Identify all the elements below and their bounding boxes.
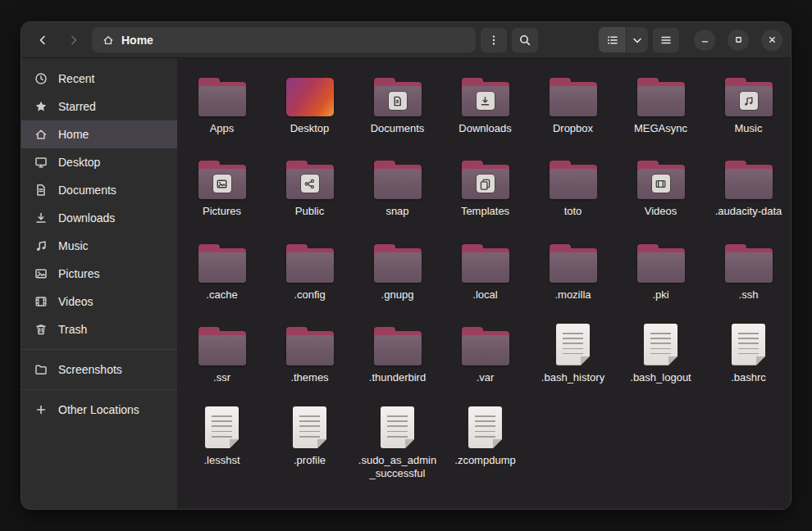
folder-item-templates[interactable]: Templates bbox=[441, 152, 529, 221]
sidebar-item-pictures[interactable]: Pictures bbox=[21, 260, 177, 288]
file-label: .bashrc bbox=[731, 371, 766, 384]
search-icon bbox=[518, 34, 531, 47]
sidebar-item-documents[interactable]: Documents bbox=[21, 176, 177, 204]
minimize-button[interactable] bbox=[694, 30, 715, 51]
sidebar-item-other-locations[interactable]: Other Locations bbox=[21, 396, 177, 424]
sidebar-item-videos[interactable]: Videos bbox=[21, 288, 177, 315]
folder-item-megasync[interactable]: MEGAsync bbox=[617, 69, 705, 138]
search-button[interactable] bbox=[512, 28, 538, 52]
folder-item-audacity-data[interactable]: .audacity-data bbox=[705, 152, 791, 221]
folder-item-local[interactable]: .local bbox=[441, 235, 529, 305]
window-body: RecentStarredHomeDesktopDocumentsDownloa… bbox=[21, 58, 791, 509]
file-item-bashrc[interactable]: .bashrc bbox=[705, 318, 791, 388]
sidebar-item-home[interactable]: Home bbox=[21, 120, 177, 148]
sidebar-item-music[interactable]: Music bbox=[21, 232, 177, 260]
folder-item-config[interactable]: .config bbox=[266, 235, 354, 305]
plus-icon bbox=[34, 403, 48, 416]
folder-item-dropbox[interactable]: Dropbox bbox=[529, 69, 617, 138]
back-button[interactable] bbox=[30, 28, 56, 52]
sidebar-item-desktop[interactable]: Desktop bbox=[21, 148, 177, 176]
folder-item-cache[interactable]: .cache bbox=[178, 235, 266, 305]
file-label: .pki bbox=[652, 288, 668, 302]
folder-item-thunderbird[interactable]: .thunderbird bbox=[354, 318, 441, 388]
file-item-lesshst[interactable]: .lesshst bbox=[178, 401, 266, 470]
headerbar: Home bbox=[21, 22, 791, 58]
folder-icon bbox=[462, 155, 509, 199]
view-switcher bbox=[599, 27, 648, 52]
folder-icon bbox=[462, 72, 509, 116]
maximize-button[interactable] bbox=[728, 30, 749, 51]
file-label: .cache bbox=[206, 288, 237, 302]
sidebar-item-trash[interactable]: Trash bbox=[21, 315, 177, 343]
file-label: .mozilla bbox=[554, 288, 591, 302]
emblem-downloads-icon bbox=[477, 92, 495, 110]
folder-item-toto[interactable]: toto bbox=[529, 152, 617, 221]
folder-item-ssr[interactable]: .ssr bbox=[178, 318, 266, 388]
path-bar[interactable]: Home bbox=[92, 27, 476, 52]
path-label: Home bbox=[121, 34, 153, 47]
main-menu-button[interactable] bbox=[653, 28, 679, 52]
file-item-zcompdump[interactable]: .zcompdump bbox=[441, 401, 529, 470]
text-file-icon bbox=[556, 321, 590, 365]
close-icon bbox=[767, 34, 778, 45]
emblem-documents-icon bbox=[389, 92, 407, 110]
view-options-dropdown[interactable] bbox=[626, 27, 648, 52]
path-menu-button[interactable] bbox=[481, 28, 507, 52]
sidebar-separator bbox=[21, 349, 177, 350]
file-item-sudo-as-admin-successful[interactable]: .sudo_as_admin_successful bbox=[354, 401, 441, 484]
sidebar-item-label: Home bbox=[58, 128, 89, 141]
folder-icon bbox=[198, 238, 246, 283]
folder-item-public[interactable]: Public bbox=[266, 152, 354, 221]
emblem-share-icon bbox=[301, 175, 319, 193]
file-item-bash-logout[interactable]: .bash_logout bbox=[617, 318, 705, 388]
text-file-icon bbox=[644, 321, 677, 365]
sidebar-item-starred[interactable]: Starred bbox=[21, 93, 177, 120]
sidebar-item-label: Documents bbox=[58, 184, 116, 197]
folder-icon bbox=[286, 321, 334, 365]
folder-icon bbox=[374, 72, 422, 116]
file-label: .profile bbox=[294, 454, 326, 467]
folder-item-videos[interactable]: Videos bbox=[617, 152, 705, 221]
file-grid: AppsDesktopDocumentsDownloadsDropboxMEGA… bbox=[177, 58, 791, 501]
file-label: .audacity-data bbox=[715, 205, 782, 218]
folder-item-snap[interactable]: snap bbox=[354, 152, 441, 221]
folder-item-documents[interactable]: Documents bbox=[354, 69, 441, 138]
forward-button[interactable] bbox=[61, 28, 87, 52]
sidebar-item-screenshots[interactable]: Screenshots bbox=[21, 356, 177, 384]
folder-item-pki[interactable]: .pki bbox=[617, 235, 705, 305]
close-button[interactable] bbox=[761, 30, 782, 51]
file-item-profile[interactable]: .profile bbox=[266, 401, 354, 470]
folder-item-themes[interactable]: .themes bbox=[266, 318, 354, 388]
folder-item-desktop[interactable]: Desktop bbox=[266, 69, 354, 138]
sidebar-separator bbox=[21, 389, 177, 390]
file-label: .lesshst bbox=[203, 454, 239, 467]
folder-icon bbox=[637, 72, 685, 116]
file-label: Templates bbox=[461, 205, 509, 218]
folder-item-gnupg[interactable]: .gnupg bbox=[354, 235, 441, 305]
folder-item-downloads[interactable]: Downloads bbox=[441, 69, 529, 138]
sidebar-item-label: Other Locations bbox=[58, 403, 139, 416]
file-label: .config bbox=[294, 288, 325, 302]
film-icon bbox=[34, 295, 48, 308]
window-controls bbox=[694, 30, 782, 51]
folder-icon bbox=[725, 72, 773, 116]
folder-item-apps[interactable]: Apps bbox=[178, 69, 266, 138]
sidebar-item-label: Trash bbox=[58, 323, 87, 336]
list-view-button[interactable] bbox=[599, 27, 626, 52]
folder-icon bbox=[550, 238, 597, 283]
folder-icon bbox=[374, 321, 422, 365]
file-label: .themes bbox=[290, 371, 328, 384]
folder-item-pictures[interactable]: Pictures bbox=[178, 152, 266, 221]
chevron-right-icon bbox=[67, 34, 80, 47]
sidebar-item-downloads[interactable]: Downloads bbox=[21, 204, 177, 232]
sidebar-item-recent[interactable]: Recent bbox=[21, 65, 177, 93]
folder-item-music[interactable]: Music bbox=[705, 69, 791, 138]
folder-item-mozilla[interactable]: .mozilla bbox=[529, 235, 617, 305]
folder-icon bbox=[637, 155, 685, 199]
file-item-bash-history[interactable]: .bash_history bbox=[529, 318, 617, 388]
folder-item-var[interactable]: .var bbox=[441, 318, 529, 388]
folder-icon bbox=[198, 321, 246, 365]
file-label: Downloads bbox=[458, 122, 511, 135]
file-label: toto bbox=[564, 205, 582, 218]
folder-item-ssh[interactable]: .ssh bbox=[705, 235, 791, 305]
